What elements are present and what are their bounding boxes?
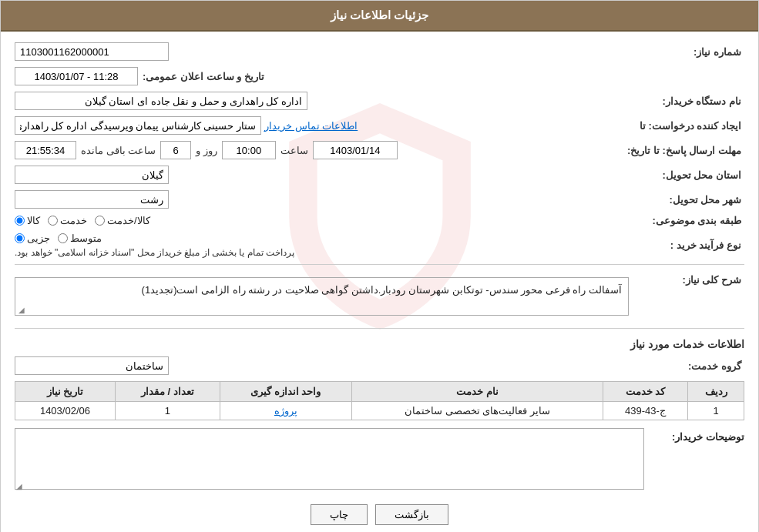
col-qty: تعداد / مقدار (115, 382, 220, 402)
service-group-input[interactable] (15, 356, 169, 375)
province-input[interactable] (15, 166, 169, 184)
creator-label: ایجاد کننده درخواست: تا (629, 120, 744, 132)
service-info-title: اطلاعات خدمات مورد نیاز (15, 338, 744, 350)
days-label: روز و (196, 145, 217, 156)
deadline-time-input[interactable] (222, 141, 276, 159)
time-label: ساعت (280, 145, 308, 156)
buyer-desc-row: توضیحات خریدار: ◢ (15, 428, 744, 492)
cat-kala-khidmat-label: کالا/خدمت (107, 215, 150, 226)
service-group-row: گروه خدمت: (15, 356, 744, 375)
need-desc-text: آسفالت راه فرعی محور سندس- توتکابن شهرست… (142, 284, 622, 296)
col-name: نام خدمت (351, 382, 603, 402)
cat-kala-item[interactable]: کالا (15, 215, 40, 226)
proc-small-radio[interactable] (15, 233, 25, 243)
deadline-label: مهلت ارسال پاسخ: تا تاریخ: (627, 145, 744, 156)
page-title: جزئیات اطلاعات نیاز (331, 8, 428, 22)
category-row: طبقه بندی موضوعی: کالا/خدمت خدمت کالا (15, 215, 744, 226)
category-label: طبقه بندی موضوعی: (629, 215, 744, 226)
process-row: نوع فرآیند خرید : متوسط جزیی پرداخت تمام… (15, 233, 744, 258)
table-row: 1ج-43-439سایر فعالیت‌های تخصصی ساختمانپر… (15, 402, 744, 420)
back-button[interactable]: بازگشت (375, 504, 448, 525)
remaining-label: ساعت باقی مانده (81, 145, 156, 156)
province-label: استان محل تحویل: (629, 169, 744, 181)
buyer-desc-label: توضیحات خریدار: (644, 428, 744, 443)
buyer-resize-icon: ◢ (16, 482, 22, 490)
page-header: جزئیات اطلاعات نیاز (1, 1, 758, 32)
col-code: کد خدمت (603, 382, 688, 402)
need-number-row: شماره نیاز: (15, 42, 744, 61)
proc-medium-item[interactable]: متوسط (58, 233, 102, 244)
process-detail: پرداخت تمام یا بخشی از مبلغ خریداز محل "… (15, 247, 294, 258)
need-desc-label: شرح کلی نیاز: (629, 271, 744, 286)
process-label: نوع فرآیند خرید : (629, 239, 744, 251)
cat-khidmat-item[interactable]: خدمت (48, 215, 87, 226)
remaining-time-input[interactable] (15, 141, 76, 159)
creator-input[interactable] (15, 116, 261, 135)
col-date: تاریخ نیاز (15, 382, 116, 402)
city-input[interactable] (15, 190, 169, 209)
province-row: استان محل تحویل: (15, 166, 744, 184)
col-row: ردیف (688, 382, 744, 402)
col-unit: واحد اندازه گیری (220, 382, 351, 402)
service-table: ردیف کد خدمت نام خدمت واحد اندازه گیری ت… (15, 381, 744, 420)
proc-small-label: جزیی (27, 233, 50, 244)
buyer-org-row: نام دستگاه خریدار: (15, 92, 744, 110)
need-desc-box: آسفالت راه فرعی محور سندس- توتکابن شهرست… (15, 277, 629, 316)
footer-buttons: بازگشت چاپ (15, 504, 744, 525)
cat-kala-label: کالا (27, 215, 40, 226)
creator-contact-link[interactable]: اطلاعات تماس خریدار (264, 120, 358, 132)
cat-kala-radio[interactable] (15, 216, 25, 226)
creator-row: ایجاد کننده درخواست: تا اطلاعات تماس خری… (15, 116, 744, 135)
cat-kala-khidmat-item[interactable]: کالا/خدمت (95, 215, 150, 226)
need-desc-row: شرح کلی نیاز: آسفالت راه فرعی محور سندس-… (15, 271, 744, 322)
cat-khidmat-radio[interactable] (48, 216, 58, 226)
print-button[interactable]: چاپ (311, 504, 368, 525)
proc-medium-label: متوسط (70, 233, 102, 244)
announce-label: تاریخ و ساعت اعلان عمومی: (143, 71, 267, 82)
resize-handle: ◢ (17, 306, 25, 313)
need-number-label: شماره نیاز: (629, 46, 744, 58)
city-label: شهر محل تحویل: (629, 194, 744, 206)
buyer-org-input[interactable] (15, 92, 307, 110)
service-group-label: گروه خدمت: (629, 360, 744, 372)
proc-small-item[interactable]: جزیی (15, 233, 50, 244)
announce-input[interactable] (15, 67, 138, 85)
days-input[interactable] (160, 141, 191, 159)
cat-khidmat-label: خدمت (60, 215, 87, 226)
deadline-date-input[interactable] (313, 141, 398, 159)
city-row: شهر محل تحویل: (15, 190, 744, 209)
announce-row: تاریخ و ساعت اعلان عمومی: document.addEv… (15, 67, 744, 85)
need-number-input[interactable] (15, 42, 169, 61)
cat-kala-khidmat-radio[interactable] (95, 216, 105, 226)
buyer-desc-textarea[interactable] (15, 428, 644, 490)
proc-medium-radio[interactable] (58, 233, 68, 243)
deadline-row: مهلت ارسال پاسخ: تا تاریخ: ساعت روز و سا… (15, 141, 744, 159)
buyer-org-label: نام دستگاه خریدار: (629, 95, 744, 107)
